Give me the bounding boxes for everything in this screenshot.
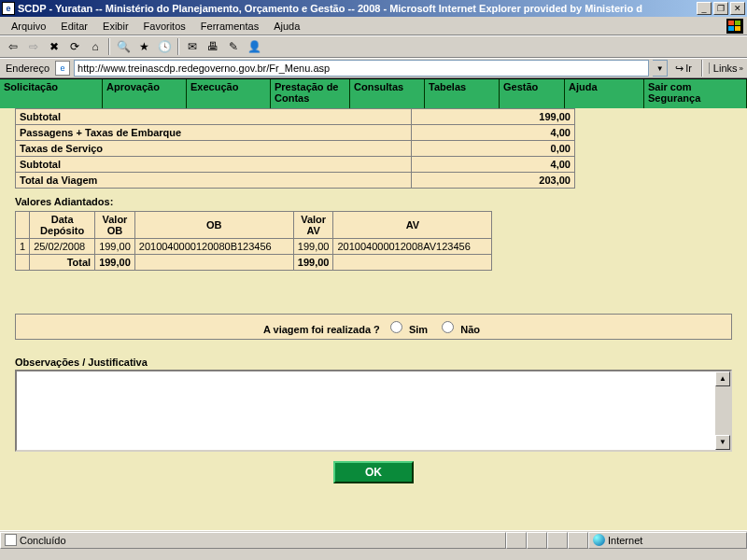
nav-prestacao[interactable]: Prestação de Contas — [271, 79, 350, 108]
adv-total-label: Total — [30, 255, 95, 271]
address-dropdown[interactable]: ▼ — [653, 60, 668, 77]
summary-value: 0,00 — [412, 141, 575, 157]
summary-row: Taxas de Serviço0,00 — [16, 141, 575, 157]
address-label: Endereço — [4, 63, 51, 74]
nav-consultas[interactable]: Consultas — [350, 79, 425, 108]
search-button[interactable]: 🔍 — [114, 37, 133, 56]
nav-label: Ajuda — [569, 81, 598, 92]
scroll-down-icon[interactable]: ▼ — [715, 435, 730, 450]
nav-label: Sair com Segurança — [648, 81, 742, 104]
nav-gestao[interactable]: Gestão — [500, 79, 565, 108]
status-cell — [568, 532, 588, 549]
adv-th-vav: Valor AV — [293, 212, 333, 239]
forward-button[interactable]: ⇨ — [24, 37, 43, 56]
favorites-button[interactable]: ★ — [134, 37, 153, 56]
nav-execucao[interactable]: Execução — [187, 79, 271, 108]
address-input[interactable] — [74, 60, 649, 77]
content-area: Subtotal199,00 Passagens + Taxas de Emba… — [0, 108, 747, 530]
adv-cell-idx: 1 — [16, 239, 30, 255]
obs-textarea[interactable]: ▲ ▼ — [15, 370, 732, 452]
status-bar: Concluído Internet — [0, 530, 747, 549]
mail-button[interactable]: ✉ — [183, 37, 202, 56]
adv-th-ob: OB — [134, 212, 293, 239]
status-cell — [506, 532, 527, 549]
scrollbar[interactable]: ▲ ▼ — [715, 371, 730, 450]
summary-value: 203,00 — [412, 173, 575, 189]
nav-tabelas[interactable]: Tabelas — [425, 79, 500, 108]
adv-row: 1 25/02/2008 199,00 2010040000120080B123… — [16, 239, 492, 255]
menu-favoritos[interactable]: Favoritos — [136, 19, 193, 34]
toolbar-separator — [108, 38, 110, 55]
discuss-button[interactable]: 👤 — [245, 37, 263, 56]
radio-sim[interactable] — [390, 321, 402, 333]
adv-cell-vob: 199,00 — [95, 239, 135, 255]
home-button[interactable]: ⌂ — [86, 37, 105, 56]
adv-total-blank — [134, 255, 293, 271]
links-label: Links — [713, 63, 738, 74]
menu-ajuda[interactable]: Ajuda — [266, 19, 307, 34]
menu-exibir[interactable]: Exibir — [95, 19, 136, 34]
minimize-button[interactable]: _ — [697, 2, 712, 15]
summary-row: Passagens + Taxas de Embarque4,00 — [16, 125, 575, 141]
adv-total-vav: 199,00 — [293, 255, 333, 271]
question-bar: A viagem foi realizada ? Sim Não — [15, 314, 732, 340]
summary-label: Passagens + Taxas de Embarque — [16, 125, 412, 141]
menu-editar[interactable]: Editar — [53, 19, 95, 34]
adv-cell-vav: 199,00 — [293, 239, 333, 255]
adv-th-idx — [16, 212, 30, 239]
adv-section-label: Valores Adiantados: — [15, 196, 743, 207]
nav-label: Execução — [190, 81, 238, 92]
nav-solicitacao[interactable]: Solicitação — [0, 79, 103, 108]
summary-label: Subtotal — [16, 109, 412, 125]
ie-icon: e — [2, 2, 15, 15]
document-icon — [5, 534, 17, 546]
summary-row: Total da Viagem203,00 — [16, 173, 575, 189]
adv-total-row: Total 199,00 199,00 — [16, 255, 492, 271]
adv-cell-data: 25/02/2008 — [30, 239, 95, 255]
links-button[interactable]: Links » — [709, 63, 743, 74]
status-cell — [527, 532, 547, 549]
back-button[interactable]: ⇦ — [4, 37, 22, 56]
summary-row: Subtotal4,00 — [16, 157, 575, 173]
status-cell-net: Internet — [588, 532, 747, 549]
svg-rect-2 — [728, 26, 734, 31]
obs-label: Observações / Justificativa — [15, 357, 743, 368]
print-button[interactable]: 🖶 — [204, 37, 222, 56]
window-titlebar: e SCDP - Yuratan -- Ministério do Planej… — [0, 0, 747, 17]
go-button[interactable]: ↪ Ir — [671, 63, 696, 75]
adv-header-row: Data Depósito Valor OB OB Valor AV AV — [16, 212, 492, 239]
scroll-up-icon[interactable]: ▲ — [715, 371, 730, 386]
restore-button[interactable]: ❐ — [713, 2, 728, 15]
nav-sair[interactable]: Sair com Segurança — [644, 79, 747, 108]
menu-bar: Arquivo Editar Exibir Favoritos Ferramen… — [0, 17, 747, 35]
ok-button[interactable]: OK — [333, 461, 414, 483]
summary-value: 4,00 — [412, 125, 575, 141]
refresh-button[interactable]: ⟳ — [65, 37, 84, 56]
summary-value: 199,00 — [412, 109, 575, 125]
summary-label: Taxas de Serviço — [16, 141, 412, 157]
history-button[interactable]: 🕓 — [155, 37, 174, 56]
menu-ferramentas[interactable]: Ferramentas — [193, 19, 266, 34]
adv-total-blank — [16, 255, 30, 271]
globe-icon — [593, 534, 605, 546]
toolbar-separator — [177, 38, 179, 55]
nav-ajuda[interactable]: Ajuda — [565, 79, 644, 108]
svg-rect-3 — [735, 26, 740, 31]
app-nav: Solicitação Aprovação Execução Prestação… — [0, 78, 747, 108]
nav-label: Solicitação — [4, 81, 58, 92]
edit-button[interactable]: ✎ — [224, 37, 243, 56]
radio-nao[interactable] — [442, 321, 454, 333]
adv-total-blank — [333, 255, 492, 271]
status-cell-done: Concluído — [0, 532, 506, 549]
label-nao: Não — [460, 324, 480, 335]
menu-arquivo[interactable]: Arquivo — [4, 19, 53, 34]
summary-label: Total da Viagem — [16, 173, 412, 189]
go-icon: ↪ — [675, 63, 684, 75]
label-sim: Sim — [409, 324, 428, 335]
nav-aprovacao[interactable]: Aprovação — [103, 79, 187, 108]
adv-cell-ob: 2010040000120080B123456 — [134, 239, 293, 255]
close-button[interactable]: ✕ — [730, 2, 745, 15]
adv-cell-av: 201004000012008AV123456 — [333, 239, 492, 255]
nav-label: Consultas — [354, 81, 403, 92]
stop-button[interactable]: ✖ — [45, 37, 63, 56]
